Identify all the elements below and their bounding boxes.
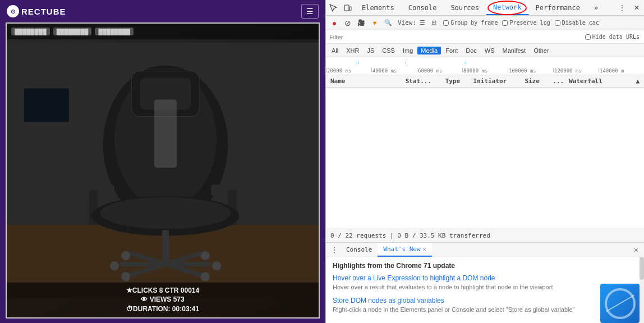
record-button[interactable]: ● (328, 17, 341, 29)
th-initiator[interactable]: Initiator (471, 78, 523, 85)
svg-rect-26 (344, 5, 349, 11)
th-status[interactable]: Stat... (403, 78, 443, 85)
bottom-panel-close-button[interactable]: ✕ (631, 244, 642, 256)
type-font[interactable]: Font (442, 47, 461, 54)
rectube-header: ⊙ RECTUBE ☰ (0, 0, 325, 22)
video-stats: ★CLICKS 8 CTR 00014 👁 VIEWS 573 ⏱DURATIO… (7, 283, 319, 317)
feature-title-2[interactable]: Store DOM nodes as global variables (333, 297, 594, 304)
group-by-frame-label: Group by frame (443, 20, 498, 26)
time-mark-3: 60000 ms (417, 68, 462, 74)
clicks-stat: ★CLICKS 8 CTR 00014 (7, 286, 319, 295)
feature-item-2: Store DOM nodes as global variables Righ… (333, 297, 594, 314)
tl-bar-2 (406, 62, 406, 64)
type-manifest[interactable]: Manifest (499, 47, 530, 54)
th-name[interactable]: Name (328, 78, 403, 85)
devtools-close-icon[interactable]: ✕ (629, 1, 644, 15)
view-label: View: (398, 19, 416, 26)
th-type[interactable]: Type (443, 78, 471, 85)
svg-point-24 (121, 272, 130, 281)
disable-cache-checkbox[interactable] (555, 20, 560, 26)
th-waterfall[interactable]: Waterfall ▲ (567, 78, 642, 85)
feature-item-1: Hover over a Live Expression to highligh… (333, 274, 594, 292)
type-all[interactable]: All (328, 47, 342, 54)
timeline-ruler: 20000 ms 40000 ms 60000 ms 80000 ms 1000… (326, 57, 644, 75)
top-bar-pill-3: ████████ (95, 28, 134, 35)
type-media[interactable]: Media (417, 47, 441, 54)
preserve-log-checkbox[interactable] (502, 20, 508, 26)
tab-sources[interactable]: Sources (444, 0, 486, 15)
type-ws[interactable]: WS (481, 47, 498, 54)
scrollbar-track[interactable] (640, 257, 644, 323)
svg-point-15 (100, 197, 231, 229)
inspect-icon[interactable] (326, 1, 341, 15)
filter-funnel-button[interactable]: ▼ (369, 17, 381, 29)
svg-point-23 (201, 251, 210, 260)
table-headers: Name Stat... Type Initiator Size ... Wat… (326, 75, 644, 88)
svg-rect-9 (154, 99, 177, 167)
bottom-tab-console[interactable]: Console (341, 243, 378, 257)
type-filter-bar: All XHR JS CSS Img Media Font Doc WS Man… (326, 44, 644, 57)
video-background: ████████ ████████ ████████ ★CLICKS 8 CTR… (7, 24, 319, 317)
svg-point-20 (110, 261, 119, 270)
group-by-frame-checkbox[interactable] (443, 20, 449, 26)
filter-input[interactable] (326, 30, 585, 43)
type-js[interactable]: JS (364, 47, 378, 54)
th-more[interactable]: ... (550, 78, 567, 85)
th-size[interactable]: Size (522, 78, 550, 85)
type-xhr[interactable]: XHR (343, 47, 362, 54)
tab-elements[interactable]: Elements (355, 0, 402, 15)
time-mark-4: 80000 ms (462, 68, 508, 74)
whats-new-close-x[interactable]: ✕ (423, 246, 426, 252)
tab-more[interactable]: » (587, 0, 605, 15)
left-panel: ⊙ RECTUBE ☰ (0, 0, 325, 323)
camera-button[interactable]: 🎥 (355, 17, 367, 29)
time-mark-5: 100000 ms (508, 68, 553, 74)
disable-cache-label: Disable cac (555, 20, 599, 26)
scrollbar-thumb[interactable] (640, 257, 644, 280)
device-icon[interactable] (341, 1, 355, 15)
list-view-button[interactable]: ☰ (417, 18, 427, 28)
svg-rect-27 (349, 7, 351, 11)
feature-title-1[interactable]: Hover over a Live Expression to highligh… (333, 274, 594, 282)
hide-data-urls-checkbox[interactable] (585, 34, 591, 40)
tl-bar-3 (466, 62, 466, 64)
type-img[interactable]: Img (399, 47, 416, 54)
stop-button[interactable]: ⊘ (342, 17, 354, 29)
time-mark-2: 40000 ms (371, 68, 417, 74)
bottom-tab-whats-new[interactable]: What's New ✕ (378, 243, 431, 257)
top-bar-pill-2: ████████ (53, 28, 92, 35)
svg-rect-4 (24, 88, 69, 122)
type-doc[interactable]: Doc (462, 47, 480, 54)
app-name: RECTUBE (21, 7, 66, 16)
type-css[interactable]: CSS (379, 47, 398, 54)
bottom-trigger-icon[interactable]: ⋮ (328, 244, 341, 256)
table-body (326, 88, 644, 229)
whats-new-wrapper: Highlights from the Chrome 71 update Hov… (326, 257, 644, 323)
logo-icon: ⊙ (7, 5, 19, 17)
network-toolbar: ● ⊘ 🎥 ▼ 🔍 View: ☰ ⊞ Group by frame Prese… (326, 16, 644, 30)
views-stat: 👁 VIEWS 573 (7, 295, 319, 304)
top-bar-pill-1: ████████ (11, 28, 50, 35)
grid-view-button[interactable]: ⊞ (429, 18, 439, 28)
tab-console[interactable]: Console (402, 0, 444, 15)
svg-point-21 (212, 261, 221, 270)
filter-bar: Hide data URLs (326, 30, 644, 44)
timeline-bar-area (326, 60, 644, 66)
duration-stat: ⏱DURATION: 00:03:41 (7, 304, 319, 314)
search-button[interactable]: 🔍 (382, 17, 394, 29)
status-bar: 0 / 22 requests | 0 B / 33.5 KB transfer… (326, 229, 644, 242)
blue-box-visual (600, 284, 640, 323)
hamburger-button[interactable]: ☰ (301, 4, 319, 19)
tab-performance[interactable]: Performance (529, 0, 587, 15)
devtools-more-icon[interactable]: ⋮ (615, 1, 629, 15)
tab-network[interactable]: Network (486, 0, 529, 15)
type-other[interactable]: Other (530, 47, 553, 54)
hide-data-urls-label: Hide data URLs (585, 34, 644, 40)
status-text: 0 / 22 requests | 0 B / 33.5 KB transfer… (330, 232, 490, 239)
video-container: ████████ ████████ ████████ ★CLICKS 8 CTR… (6, 22, 320, 319)
video-top-bar: ████████ ████████ ████████ (7, 24, 319, 39)
time-mark-7: 140000 m (599, 68, 644, 74)
blue-box-line (606, 295, 634, 312)
timeline-marks: 20000 ms 40000 ms 60000 ms 80000 ms 1000… (326, 68, 644, 75)
svg-point-22 (121, 251, 130, 260)
